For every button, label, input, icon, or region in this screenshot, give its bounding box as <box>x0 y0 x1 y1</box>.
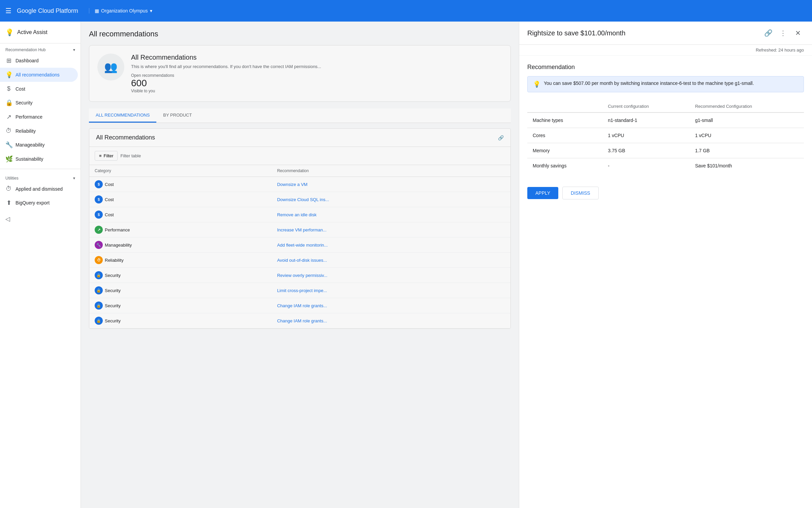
table-cell-recommendation: Review overly permissiv... <box>272 268 510 283</box>
config-recommended: Save $101/month <box>690 158 804 173</box>
recommendation-link[interactable]: Downsize a VM <box>277 182 307 187</box>
content-area: All recommendations 👥 All Recommendation… <box>81 22 812 508</box>
active-assist-label: Active Assist <box>17 29 48 35</box>
recommendation-hub-label: Recommendation Hub <box>5 47 45 52</box>
sidebar-item-manageability[interactable]: 🔧 Manageability <box>0 138 78 152</box>
recommendation-link[interactable]: Increase VM performan... <box>277 227 326 232</box>
table-row[interactable]: $CostDownsize a VM <box>89 177 510 192</box>
table-row[interactable]: 🔒SecurityChange IAM role grants... <box>89 313 510 328</box>
tab-by-product[interactable]: BY PRODUCT <box>156 108 198 123</box>
side-panel: Rightsize to save $101.00/month 🔗 ⋮ ✕ Re… <box>519 22 812 508</box>
table-cell-recommendation: Downsize a VM <box>272 177 510 192</box>
info-icon: 💡 <box>533 81 540 88</box>
table-row[interactable]: $CostDownsize Cloud SQL ins... <box>89 192 510 207</box>
menu-icon[interactable]: ☰ <box>5 7 11 15</box>
recommendation-link[interactable]: Avoid out-of-disk issues... <box>277 258 327 263</box>
category-label: Security <box>105 303 121 308</box>
more-options-button[interactable]: ⋮ <box>777 27 789 39</box>
close-button[interactable]: ✕ <box>792 27 804 39</box>
link-button[interactable]: 🔗 <box>762 27 774 39</box>
config-attr: Memory <box>527 143 602 158</box>
col-category: Category <box>89 165 272 177</box>
sidebar-item-security[interactable]: 🔒 Security <box>0 96 78 110</box>
recommendation-link[interactable]: Review overly permissiv... <box>277 273 327 278</box>
category-icon: $ <box>95 180 103 188</box>
table-row[interactable]: 🔒SecurityReview overly permissiv... <box>89 268 510 283</box>
table-row[interactable]: 🔧ManageabilityAdd fleet-wide monitorin..… <box>89 237 510 253</box>
sidebar-item-sustainability[interactable]: 🌿 Sustainability <box>0 152 78 166</box>
table-cell-recommendation: Change IAM role grants... <box>272 313 510 328</box>
table-cell-category: ⏱Reliability <box>89 253 272 268</box>
reliability-icon: ⏱ <box>5 127 12 134</box>
side-panel-body: Recommendation 💡 You can save $507.00 pe… <box>519 56 812 508</box>
link-icon[interactable]: 🔗 <box>498 135 504 140</box>
category-icon: 🔒 <box>95 317 103 325</box>
category-icon: $ <box>95 211 103 219</box>
config-recommended: 1.7 GB <box>690 143 804 158</box>
table-row[interactable]: ↗PerformanceIncrease VM performan... <box>89 222 510 237</box>
category-label: Performance <box>105 227 130 232</box>
sidebar-item-performance[interactable]: ↗ Performance <box>0 110 78 124</box>
sidebar-item-label: Cost <box>15 86 25 92</box>
table-row[interactable]: 🔒SecurityChange IAM role grants... <box>89 298 510 313</box>
info-text: You can save $507.00 per month by switch… <box>544 81 754 86</box>
sidebar-item-applied-dismissed[interactable]: ⏱ Applied and dismissed <box>0 182 78 196</box>
sidebar-item-label: Dashboard <box>15 58 39 63</box>
info-banner: 💡 You can save $507.00 per month by swit… <box>527 76 804 92</box>
sidebar-item-label: All recommendations <box>15 72 60 77</box>
filter-table-text: Filter table <box>120 153 141 158</box>
category-icon: ⏱ <box>95 256 103 264</box>
banner-icon-symbol: 👥 <box>104 61 118 73</box>
app-title: Google Cloud Platform <box>17 7 78 14</box>
category-icon: ↗ <box>95 226 103 234</box>
sidebar-collapse-button[interactable]: ◁ <box>0 210 81 228</box>
sidebar-header-active-assist: 💡 Active Assist <box>0 22 81 43</box>
sidebar-item-cost[interactable]: $ Cost <box>0 82 78 96</box>
recommendation-hub-section[interactable]: Recommendation Hub ▾ <box>0 43 81 54</box>
config-attr: Cores <box>527 128 602 143</box>
config-col-recommended: Recommended Configuration <box>690 100 804 113</box>
table-cell-recommendation: Remove an idle disk <box>272 207 510 222</box>
recommendation-link[interactable]: Remove an idle disk <box>277 212 316 217</box>
filter-button[interactable]: ≡ Filter <box>95 151 118 161</box>
recommendation-link[interactable]: Change IAM role grants... <box>277 318 327 323</box>
table-cell-category: $Cost <box>89 192 272 207</box>
filter-label: Filter <box>104 153 114 158</box>
table-cell-recommendation: Increase VM performan... <box>272 222 510 237</box>
tab-all-recommendations[interactable]: ALL RECOMMENDATIONS <box>89 108 156 123</box>
open-reco-label: Open recommendations <box>131 73 321 78</box>
sidebar-item-label: Security <box>15 100 33 105</box>
table-row[interactable]: 🔒SecurityLimit cross-project impe... <box>89 283 510 298</box>
active-assist-icon: 💡 <box>5 28 14 36</box>
sidebar-item-bigquery-export[interactable]: ⬆ BigQuery export <box>0 196 78 210</box>
sidebar: 💡 Active Assist Recommendation Hub ▾ ⊞ D… <box>0 22 81 508</box>
recommendation-link[interactable]: Add fleet-wide monitorin... <box>277 243 327 248</box>
sidebar-item-reliability[interactable]: ⏱ Reliability <box>0 124 78 138</box>
recommendation-link[interactable]: Change IAM role grants... <box>277 303 327 308</box>
org-name: Organization Olympus <box>101 8 148 13</box>
category-label: Security <box>105 288 121 293</box>
config-attr: Machine types <box>527 113 602 128</box>
sidebar-item-label: Reliability <box>15 128 36 134</box>
sustainability-icon: 🌿 <box>5 155 12 163</box>
category-icon: 🔒 <box>95 286 103 294</box>
table-row[interactable]: ⏱ReliabilityAvoid out-of-disk issues... <box>89 253 510 268</box>
banner-description: This is where you'll find all your recom… <box>131 64 321 69</box>
apply-button[interactable]: APPLY <box>527 187 558 199</box>
utilities-section[interactable]: Utilities ▾ <box>0 172 81 182</box>
sidebar-item-label: Performance <box>15 114 42 120</box>
org-selector[interactable]: ▦ Organization Olympus ▾ <box>89 8 152 13</box>
applied-dismissed-icon: ⏱ <box>5 185 12 192</box>
banner-heading: All Recommendations <box>131 54 321 61</box>
recommendation-link[interactable]: Limit cross-project impe... <box>277 288 327 293</box>
table-cell-recommendation: Limit cross-project impe... <box>272 283 510 298</box>
col-recommendation: Recommendation <box>272 165 510 177</box>
category-label: Security <box>105 273 121 278</box>
sidebar-item-dashboard[interactable]: ⊞ Dashboard <box>0 54 78 68</box>
sidebar-item-all-recommendations[interactable]: 💡 All recommendations <box>0 68 78 82</box>
dismiss-button[interactable]: DISMISS <box>562 187 599 199</box>
sidebar-item-label: Applied and dismissed <box>15 186 63 192</box>
table-row[interactable]: $CostRemove an idle disk <box>89 207 510 222</box>
recommendation-link[interactable]: Downsize Cloud SQL ins... <box>277 197 329 202</box>
open-reco-count: 600 <box>131 78 321 89</box>
